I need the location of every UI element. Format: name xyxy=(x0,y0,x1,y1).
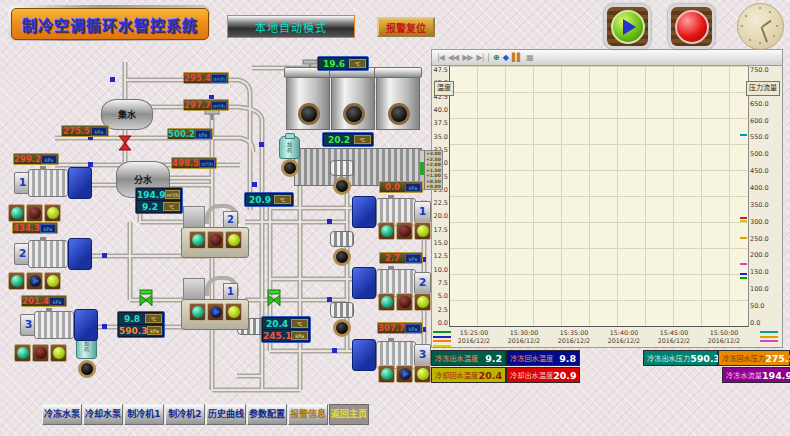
right-tick: 350.0 xyxy=(750,201,781,209)
pens-icon[interactable]: ▌▌ xyxy=(512,53,522,62)
dosing-tank-top[interactable]: 加药 xyxy=(279,136,300,159)
chw-supply-press-unit: kPa xyxy=(147,326,162,335)
zoom-icon[interactable]: ⊕ xyxy=(493,53,499,62)
separator[interactable]: | xyxy=(487,53,489,62)
right-tick: 300.0 xyxy=(750,218,781,226)
fault-lamp xyxy=(29,207,41,219)
chw-return-temp-value: 9.8 xyxy=(119,314,145,324)
nav-history-curve[interactable]: 历史曲线 xyxy=(206,404,246,425)
press-e-readout: 275.5 kPa xyxy=(61,125,109,137)
nav-chiller-1[interactable]: 制冷机1 xyxy=(124,404,164,425)
collector-tank-label: 集水 xyxy=(118,108,136,121)
pump-r2-readout: 2.7 kPa xyxy=(379,252,423,264)
cw-return-press-value: 245.1 xyxy=(263,331,291,341)
status-value: 275.5 xyxy=(765,353,790,364)
right-tick: 50.0 xyxy=(750,302,781,310)
rewind-icon[interactable]: ◀◀ xyxy=(448,53,458,62)
chw-supply-press-value: 590.3 xyxy=(119,326,147,336)
start-button[interactable] xyxy=(604,4,651,49)
nav-parameter-config[interactable]: 参数配置 xyxy=(247,404,287,425)
grid-icon[interactable]: ▦ xyxy=(526,53,533,62)
basin-temp-unit: ℃ xyxy=(354,135,371,144)
pump-r1-value: 0.0 xyxy=(380,182,405,192)
pump-head xyxy=(68,167,92,199)
chw-pump-3[interactable]: 3 xyxy=(20,309,98,345)
nav-cooling-water-pump[interactable]: 冷却水泵 xyxy=(83,404,123,425)
nav-bar: 冷冻水泵冷却水泵制冷机1制冷机2历史曲线参数配置报警信息返回主页 xyxy=(42,404,369,425)
pump-l3-value: 201.4 xyxy=(22,296,49,306)
chiller-1-lights xyxy=(189,303,242,321)
cooling-tower-3[interactable] xyxy=(376,68,420,130)
x-label: 15:45:00 2016/12/2 xyxy=(649,329,699,349)
legend-line xyxy=(760,340,778,342)
stop-button[interactable] xyxy=(668,4,715,49)
pan-icon[interactable]: ◆ xyxy=(503,53,508,62)
right-tick: 100.0 xyxy=(750,285,781,293)
nav-chilled-water-pump[interactable]: 冷冻水泵 xyxy=(42,404,82,425)
x-label-date: 2016/12/2 xyxy=(549,337,599,345)
pump-number: 3 xyxy=(414,344,431,366)
cooling-tower-2[interactable] xyxy=(331,68,375,130)
pump-motor xyxy=(28,169,68,197)
pump-r1-unit: kPa xyxy=(405,183,421,192)
right-tick: 750.0 xyxy=(750,66,781,74)
status-chw-flow: 冷冻水流量 194.9 xyxy=(722,367,790,383)
first-icon[interactable]: |◀ xyxy=(437,53,444,62)
pump-l2-unit: kPa xyxy=(40,224,56,233)
x-label-date: 2016/12/2 xyxy=(699,337,749,345)
pump-r3-readout: 307.7 kPa xyxy=(377,322,423,334)
status-value: 20.9 xyxy=(553,370,576,381)
nav-return-home[interactable]: 返回主页 xyxy=(329,404,369,425)
strainer-3 xyxy=(330,302,354,318)
tower-temp-unit: ℃ xyxy=(349,59,366,68)
auto-lamp xyxy=(399,368,411,380)
right-tick: 500.0 xyxy=(750,150,781,158)
flow-b-unit: m³/h xyxy=(211,101,227,110)
status-label: 冷冻出水压力 xyxy=(647,353,690,363)
chw-pump-2[interactable]: 2 xyxy=(14,238,92,274)
status-chw-supply-temp: 冷冻出水温度 9.2 xyxy=(431,350,506,366)
fault-lamp xyxy=(210,234,222,246)
nav-alarm-info[interactable]: 报警信息 xyxy=(288,404,328,425)
standby-lamp xyxy=(47,275,59,287)
pump-l1-readout: 299.2 kPa xyxy=(13,153,59,165)
pen-mark xyxy=(740,134,747,136)
pump-l1-unit: kPa xyxy=(41,155,57,164)
chw-pump-1[interactable]: 1 xyxy=(14,167,92,203)
auto-lamp xyxy=(210,306,222,318)
run-lamp xyxy=(11,207,23,219)
level-scale-tick: +1.50 xyxy=(426,168,441,173)
right-tick: 250.0 xyxy=(750,235,781,243)
status-chw-supply-press: 冷冻出水压力 590.3 xyxy=(643,350,718,366)
chiller-1[interactable]: 1 xyxy=(181,276,247,328)
flow-b-readout: 297.7 m³/h xyxy=(183,99,229,111)
cw-return-temp-unit: ℃ xyxy=(291,319,308,328)
level-scale-tick: +0.00 xyxy=(426,184,441,189)
red-valve[interactable] xyxy=(119,136,131,150)
last-icon[interactable]: ▶| xyxy=(476,53,483,62)
pump-head xyxy=(352,339,376,371)
status-label: 冷冻回水压力 xyxy=(722,353,765,363)
left-tick: 0.0 xyxy=(433,319,448,327)
nav-chiller-2[interactable]: 制冷机2 xyxy=(165,404,205,425)
chiller-number: 1 xyxy=(223,283,238,300)
left-tick: 22.5 xyxy=(433,199,448,207)
cooling-tower-1[interactable] xyxy=(286,68,330,130)
alarm-reset-button[interactable]: 报警复位 xyxy=(377,17,435,37)
check-valve-3 xyxy=(333,319,351,337)
fault-lamp xyxy=(35,347,47,359)
hand-valve-riser[interactable] xyxy=(205,110,219,120)
flow-a-value: 295.4 xyxy=(184,73,211,83)
level-scale-tick: +3.00 xyxy=(426,151,441,156)
plot-area xyxy=(449,66,749,327)
left-tick: 17.5 xyxy=(433,226,448,234)
chiller-2[interactable]: 2 xyxy=(181,204,247,256)
press-c-unit: kPa xyxy=(195,130,211,139)
status-value: 194.9 xyxy=(762,370,790,381)
status-cw-return-temp: 冷却回水温度 20.4 xyxy=(431,367,506,383)
right-axis-label: 压力流量 xyxy=(746,81,780,96)
chart-toolbar: |◀◀◀▶▶▶||⊕◆▌▌▦ xyxy=(432,50,782,66)
forward-icon[interactable]: ▶▶ xyxy=(462,53,472,62)
dosing-tank-label: 加药 xyxy=(286,142,293,154)
run-lamp xyxy=(192,306,204,318)
